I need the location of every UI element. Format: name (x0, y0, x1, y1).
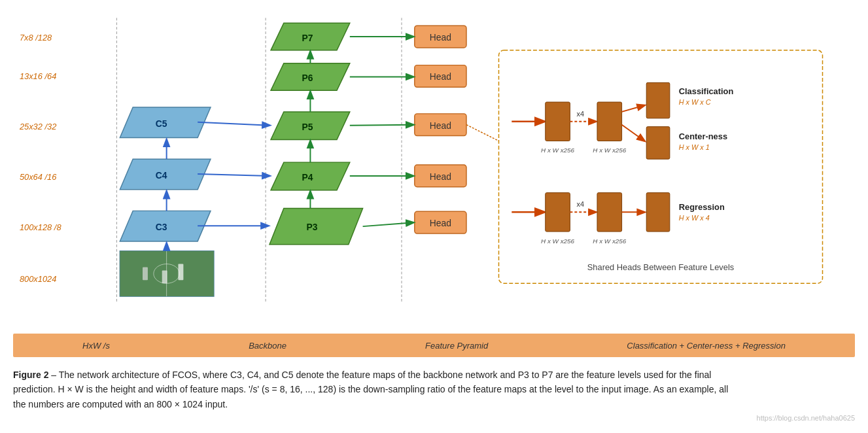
bar-section-backbone: Backbone (249, 341, 286, 351)
reg-x4-label: x4 (576, 200, 584, 208)
svg-rect-4 (162, 270, 167, 283)
shared-heads-label: Shared Heads Between Feature Levels (587, 262, 734, 272)
head-p7-label: Head (430, 32, 451, 43)
figure-label: Figure 2 (13, 370, 48, 380)
cls-conv1 (546, 102, 570, 141)
scale-label-img: 800x1024 (20, 274, 56, 284)
p5-label: P5 (302, 122, 313, 132)
dim-label-4: H x W x256 (593, 237, 627, 245)
cls-to-output-arrow2 (622, 125, 645, 141)
reg-conv1 (546, 193, 570, 232)
dim-label-1: H x W x256 (541, 147, 575, 154)
p7-label: P7 (302, 33, 313, 43)
output-cls-dim: H x W x C (679, 98, 711, 106)
scale-label-p6: 13x16 /64 (20, 71, 56, 81)
c4-label: C4 (156, 170, 167, 181)
output-ctr-dim: H x W x 1 (679, 143, 710, 151)
dim-label-2: H x W x256 (593, 147, 627, 154)
diagram-area: 7x8 /128 13x16 /64 25x32 /32 50x64 /16 1… (13, 7, 855, 334)
head-p4-label: Head (430, 171, 451, 182)
head-to-detail-arrow (466, 125, 499, 141)
head-p5-label: Head (430, 120, 451, 131)
scale-label-p3: 100x128 /8 (20, 222, 61, 232)
watermark: https://blog.csdn.net/haha0625 (13, 414, 855, 422)
cls-to-output-arrow1 (622, 105, 645, 112)
output-ctr-block (646, 127, 670, 160)
scale-label-p4: 50x64 /16 (20, 172, 57, 182)
p4-label: P4 (302, 172, 313, 182)
head-p6-label: Head (430, 71, 451, 82)
bar-section-pyramid: Feature Pyramid (425, 341, 488, 351)
main-container: 7x8 /128 13x16 /64 25x32 /32 50x64 /16 1… (0, 0, 868, 428)
cls-conv2 (597, 102, 622, 141)
p3-to-head-arrow (363, 222, 413, 226)
bar-section-scale: HxW /s (82, 341, 110, 351)
p5-to-head-arrow (350, 125, 413, 126)
output-cls-block (646, 82, 670, 118)
output-reg-dim: H x W x 4 (679, 214, 710, 222)
output-reg-block (646, 193, 670, 232)
p3-label: P3 (306, 222, 317, 232)
scale-label-p7: 7x8 /128 (20, 33, 52, 43)
caption-text: – The network architecture of FCOS, wher… (13, 370, 728, 409)
p6-label: P6 (302, 73, 313, 83)
dim-label-3: H x W x256 (541, 237, 575, 245)
c5-label: C5 (156, 118, 167, 129)
architecture-diagram: 7x8 /128 13x16 /64 25x32 /32 50x64 /16 1… (13, 7, 855, 334)
svg-rect-2 (143, 268, 148, 281)
output-ctr-label: Center-ness (679, 131, 727, 141)
c3-label: C3 (156, 222, 167, 232)
svg-rect-3 (178, 264, 183, 281)
bar-section-classification: Classification + Center-ness + Regressio… (627, 341, 786, 351)
output-cls-label: Classification (679, 86, 734, 96)
c4-to-p4-arrow (198, 174, 269, 176)
cls-x4-label: x4 (576, 110, 584, 118)
c5-to-p5-arrow (198, 122, 269, 126)
reg-conv2 (597, 193, 622, 232)
head-p3-label: Head (430, 218, 451, 228)
bottom-bar: HxW /s Backbone Feature Pyramid Classifi… (13, 334, 855, 357)
output-reg-label: Regression (679, 202, 725, 212)
figure-caption: Figure 2 – The network architecture of F… (13, 368, 733, 411)
scale-label-p5: 25x32 /32 (19, 122, 56, 131)
